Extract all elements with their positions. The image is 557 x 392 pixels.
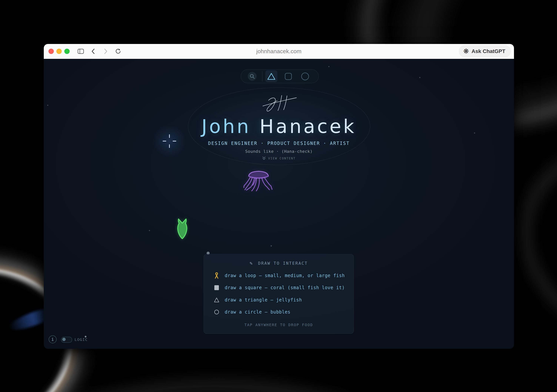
ask-chatgpt-label: Ask ChatGPT [472, 48, 505, 54]
particle-dot [270, 245, 272, 246]
fish-creature [177, 218, 188, 239]
crosshair-tick [169, 144, 170, 148]
instruction-row: draw a loop — small, medium, or large fi… [204, 272, 354, 279]
panel-title: DRAW TO INTERACT [258, 261, 308, 266]
magnifier-icon [249, 74, 255, 79]
instruction-row: draw a triangle — jellyfish [204, 296, 354, 304]
circle-icon [213, 310, 220, 314]
instruction-text: draw a triangle — jellyfish [225, 297, 302, 302]
logic-label: LOGIC [74, 337, 88, 342]
browser-window: johnhanacek.com ❋ Ask ChatGPT [44, 44, 514, 349]
magnifier-tool-button[interactable] [248, 72, 257, 81]
chevron-right-icon [104, 48, 108, 54]
circle-icon [301, 72, 309, 81]
roles-subtitle: DESIGN ENGINEER · PRODUCT DESIGNER · ART… [44, 141, 514, 146]
crosshair-tick [173, 141, 176, 141]
crosshair-tick [169, 134, 170, 138]
triangle-icon [267, 73, 276, 80]
crosshair-cursor [151, 122, 188, 160]
particle-dot [149, 230, 150, 231]
view-content-label: VIEW CONTENT [268, 156, 296, 160]
openai-logo-icon: ❋ [463, 48, 469, 55]
particle-dot [47, 105, 48, 106]
shape-toolbar [241, 69, 319, 83]
pencil-icon: ✎ [250, 260, 253, 266]
ribbon-loop-icon [213, 272, 220, 279]
toolbar-divider [262, 71, 262, 82]
instruction-text: draw a square — coral (small fish love i… [225, 285, 345, 290]
toggle-knob [62, 338, 66, 341]
aquarium-stage[interactable]: John Hanacek DESIGN ENGINEER · PRODUCT D… [44, 59, 514, 349]
page-title: John Hanacek [44, 115, 514, 138]
ask-chatgpt-button[interactable]: ❋ Ask ChatGPT [459, 45, 511, 57]
double-chevron-down-icon [262, 156, 266, 160]
address-bar[interactable]: johnhanacek.com [256, 48, 302, 55]
panel-header: ✎ DRAW TO INTERACT [204, 260, 354, 266]
info-button[interactable]: i [49, 335, 57, 343]
instructions-panel: ✎ DRAW TO INTERACT draw a loop — small, … [204, 254, 354, 334]
square-tool-button[interactable] [283, 70, 294, 83]
logic-toggle[interactable] [61, 337, 72, 343]
jellyfish-creature [243, 169, 274, 192]
pronunciation-text: Sounds like · (Hana-check) [44, 149, 514, 154]
sidebar-toggle-button[interactable] [77, 44, 85, 59]
desktop-background: johnhanacek.com ❋ Ask ChatGPT [0, 0, 557, 392]
particle-dot [328, 66, 329, 67]
sidebar-icon [78, 49, 84, 54]
info-icon: i [51, 337, 54, 342]
square-icon [285, 73, 292, 80]
triangle-tool-button[interactable] [265, 70, 277, 83]
crosshair-tick [163, 141, 166, 141]
instruction-row: draw a circle — bubbles [204, 308, 354, 316]
chevron-left-icon [91, 48, 95, 54]
panel-footer: TAP ANYWHERE TO DROP FOOD [204, 323, 354, 327]
title-last-name: Hanacek [259, 115, 356, 138]
triangle-icon [213, 297, 220, 302]
minimize-button[interactable] [57, 49, 62, 54]
forward-button[interactable] [102, 44, 109, 59]
reload-button[interactable] [114, 44, 122, 59]
circle-tool-button[interactable] [300, 70, 310, 83]
signature-drawing [261, 92, 297, 112]
reload-icon [115, 48, 121, 55]
browser-chrome: johnhanacek.com ❋ Ask ChatGPT [44, 44, 514, 59]
instruction-text: draw a circle — bubbles [225, 309, 290, 315]
particle-dot [419, 77, 420, 78]
instruction-text: draw a loop — small, medium, or large fi… [225, 273, 345, 278]
back-button[interactable] [90, 44, 97, 59]
window-controls [49, 49, 70, 54]
title-first-name: John [202, 115, 251, 138]
close-button[interactable] [49, 49, 54, 54]
zoom-button[interactable] [64, 49, 70, 54]
view-content-button[interactable]: VIEW CONTENT [44, 156, 514, 160]
square-icon [213, 285, 220, 291]
instruction-row: draw a square — coral (small fish love i… [204, 284, 354, 292]
